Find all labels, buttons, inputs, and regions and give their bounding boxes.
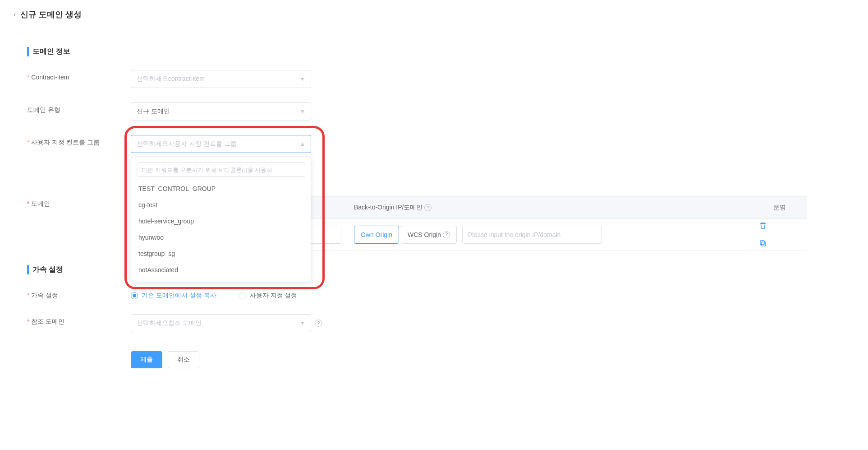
page-header: ‹ 신규 도메인 생성 bbox=[0, 0, 868, 29]
copy-icon[interactable] bbox=[759, 239, 800, 247]
col-ops-header: 운영 bbox=[753, 204, 807, 212]
domain-type-value: 신규 도메인 bbox=[137, 107, 170, 116]
submit-button[interactable]: 제출 bbox=[131, 351, 162, 368]
wcs-origin-button[interactable]: WCS Origin ? bbox=[401, 226, 457, 244]
dropdown-item[interactable]: hotel-service_group bbox=[131, 213, 311, 229]
domain-type-select[interactable]: 신규 도메인 ▼ bbox=[131, 102, 311, 121]
col-origin-header: Back-to-Origin IP/도메인 ? bbox=[348, 204, 753, 212]
page-title: 신규 도메인 생성 bbox=[20, 9, 82, 20]
own-origin-button[interactable]: Own Origin bbox=[354, 226, 399, 244]
chevron-down-icon: ▼ bbox=[300, 320, 305, 326]
dropdown-item[interactable]: hyunwoo bbox=[131, 229, 311, 246]
dropdown-item[interactable]: testgroup_sg bbox=[131, 246, 311, 262]
delete-icon[interactable] bbox=[759, 222, 800, 230]
radio-copy-config[interactable]: 기존 도메인에서 설정 복사 bbox=[131, 292, 216, 300]
label-contract-item: Contract-item bbox=[27, 70, 131, 81]
help-icon[interactable]: ? bbox=[315, 320, 322, 327]
svg-rect-1 bbox=[760, 241, 764, 245]
chevron-down-icon: ▼ bbox=[300, 108, 305, 115]
control-group-select[interactable]: 선택하세요사용자 지정 컨트롤 그룹 ▲ bbox=[131, 135, 311, 153]
help-icon[interactable]: ? bbox=[424, 204, 432, 211]
help-icon[interactable]: ? bbox=[443, 231, 450, 238]
label-accel: 가속 설정 bbox=[27, 288, 131, 300]
contract-item-select[interactable]: 선택하세요contract-item ▼ bbox=[131, 70, 311, 88]
label-domain: 도메인 bbox=[27, 196, 131, 208]
label-domain-type: 도메인 유형 bbox=[27, 102, 131, 114]
chevron-up-icon: ▲ bbox=[300, 141, 305, 147]
label-ref-domain: 참조 도메인 bbox=[27, 314, 131, 326]
dropdown-item[interactable]: TEST_CONTROL_GROUP bbox=[131, 181, 311, 197]
dropdown-item[interactable]: notAssociated bbox=[131, 262, 311, 278]
dropdown-search-input[interactable] bbox=[137, 162, 305, 177]
radio-custom-config[interactable]: 사용자 지정 설정 bbox=[239, 292, 298, 300]
chevron-down-icon: ▼ bbox=[300, 76, 305, 82]
contract-item-placeholder: 선택하세요contract-item bbox=[137, 75, 205, 83]
origin-input[interactable] bbox=[462, 226, 602, 244]
dropdown-item[interactable]: cg-test bbox=[131, 197, 311, 213]
label-control-group: 사용자 지정 컨트롤 그룹 bbox=[27, 135, 131, 147]
control-group-dropdown: TEST_CONTROL_GROUP cg-test hotel-service… bbox=[131, 157, 311, 282]
ref-domain-placeholder: 선택하세요참조 도메인 bbox=[137, 319, 202, 327]
control-group-placeholder: 선택하세요사용자 지정 컨트롤 그룹 bbox=[137, 140, 237, 148]
section-domain-info: 도메인 정보 bbox=[27, 47, 841, 56]
cancel-button[interactable]: 취소 bbox=[168, 351, 199, 368]
svg-rect-0 bbox=[762, 242, 766, 246]
ref-domain-select[interactable]: 선택하세요참조 도메인 ▼ bbox=[131, 314, 311, 332]
radio-icon bbox=[239, 292, 246, 299]
back-chevron-icon[interactable]: ‹ bbox=[14, 10, 16, 19]
radio-icon bbox=[131, 292, 138, 299]
